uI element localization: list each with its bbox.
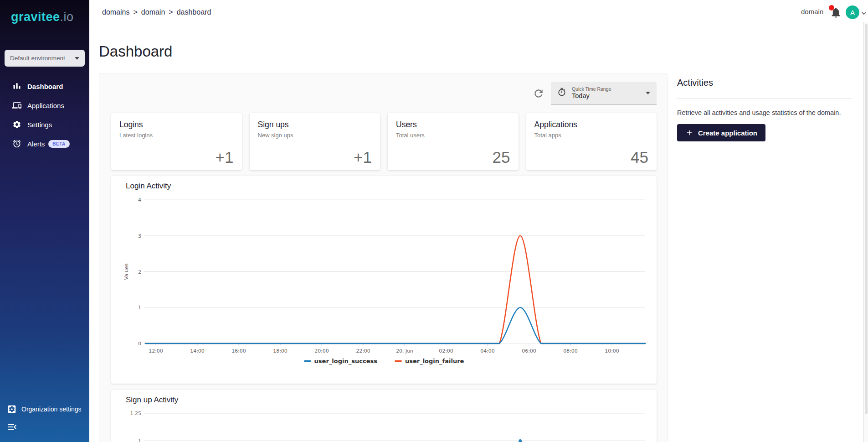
organization-settings-link[interactable]: Organization settings <box>7 404 82 414</box>
svg-text:02:00: 02:00 <box>439 348 453 354</box>
scrollbar-thumb[interactable] <box>865 24 868 414</box>
collapse-sidebar-button[interactable] <box>7 421 19 433</box>
legend-user-login-success[interactable]: user_login_success <box>304 358 377 364</box>
scrollbar-track <box>863 22 868 442</box>
sidebar-item-label: Applications <box>27 102 64 109</box>
stat-card-signups: Sign ups New sign ups +1 <box>250 113 380 170</box>
sidebar-item-applications[interactable]: Applications <box>0 96 89 115</box>
current-domain-label: domain <box>801 8 823 16</box>
gear-square-icon <box>7 404 17 414</box>
sidebar: gravitee.io Default environment Dashboar… <box>0 0 89 442</box>
login-activity-card: 0123412:0014:0016:0018:0020:0022:0020. J… <box>111 176 657 384</box>
alarm-clock-icon <box>12 139 21 148</box>
quick-time-range-value: Today <box>572 92 646 99</box>
stat-card-value: +1 <box>354 148 372 166</box>
stat-card-title: Users <box>396 120 510 130</box>
divider <box>677 99 852 99</box>
breadcrumb-domains[interactable]: domains <box>102 8 129 16</box>
quick-time-range-texts: Quick Time Range Today <box>572 86 646 99</box>
stat-card-subtitle: Total apps <box>534 132 649 139</box>
svg-text:1: 1 <box>138 305 141 311</box>
chevron-down-icon <box>861 10 867 16</box>
sidebar-item-alerts[interactable]: Alerts BETA <box>0 134 89 153</box>
svg-text:20:00: 20:00 <box>314 348 329 354</box>
menu-collapse-icon <box>7 421 18 432</box>
page-title: Dashboard <box>99 43 172 60</box>
activities-description: Retrieve all activities and usage statis… <box>677 109 852 116</box>
chart-legend: user_login_success user_login_failure <box>111 358 657 364</box>
create-application-button[interactable]: Create application <box>677 124 765 141</box>
refresh-button[interactable] <box>533 88 545 100</box>
logo-tld-text: .io <box>60 10 74 24</box>
sidebar-nav: Dashboard Applications Settings Alerts B… <box>0 77 89 153</box>
legend-user-login-failure[interactable]: user_login_failure <box>395 358 464 364</box>
bar-chart-icon <box>12 82 21 91</box>
notification-badge <box>829 5 834 10</box>
svg-text:4: 4 <box>138 197 141 203</box>
signup-activity-card: 1.251 Sign up Activity <box>111 390 657 442</box>
user-menu-chevron[interactable] <box>861 10 867 18</box>
beta-badge: BETA <box>48 140 69 148</box>
stat-card-logins: Logins Latest logins +1 <box>111 113 242 170</box>
stat-card-title: Logins <box>119 120 234 130</box>
svg-text:04:00: 04:00 <box>480 348 495 354</box>
svg-text:1.25: 1.25 <box>130 411 142 416</box>
dashboard-panel: Quick Time Range Today Logins Latest log… <box>99 73 668 442</box>
stat-cards-row: Logins Latest logins +1 Sign ups New sig… <box>111 113 657 170</box>
sidebar-item-label: Dashboard <box>27 83 63 90</box>
stat-card-subtitle: Latest logins <box>119 132 234 139</box>
stat-card-subtitle: Total users <box>396 132 510 139</box>
chart-title: Login Activity <box>126 182 171 191</box>
svg-text:22:00: 22:00 <box>356 348 370 354</box>
legend-dash <box>304 360 311 362</box>
signup-activity-chart: 1.251 <box>111 390 657 442</box>
sidebar-item-settings[interactable]: Settings <box>0 115 89 134</box>
stat-card-applications: Applications Total apps 45 <box>526 113 657 170</box>
environment-select-value: Default environment <box>10 55 75 62</box>
plus-icon <box>685 129 693 137</box>
sidebar-item-dashboard[interactable]: Dashboard <box>0 77 89 96</box>
svg-text:12:00: 12:00 <box>149 348 163 354</box>
notifications-button[interactable] <box>830 6 842 19</box>
stat-card-users: Users Total users 25 <box>388 113 519 170</box>
quick-time-range-label: Quick Time Range <box>572 86 646 92</box>
svg-text:3: 3 <box>138 233 141 239</box>
svg-text:08:00: 08:00 <box>563 348 578 354</box>
svg-text:14:00: 14:00 <box>190 348 205 354</box>
avatar[interactable]: A <box>846 5 859 19</box>
breadcrumb-dashboard[interactable]: dashboard <box>177 8 211 16</box>
stat-card-value: +1 <box>216 148 234 166</box>
breadcrumb-separator: > <box>169 8 173 16</box>
devices-icon <box>12 101 21 110</box>
chart-title: Sign up Activity <box>126 395 178 405</box>
stat-card-value: 25 <box>493 148 510 166</box>
legend-label: user_login_failure <box>405 358 464 364</box>
quick-time-range-select[interactable]: Quick Time Range Today <box>551 82 657 104</box>
legend-label: user_login_success <box>314 358 377 364</box>
stat-card-title: Sign ups <box>258 120 372 130</box>
svg-text:10:00: 10:00 <box>605 348 619 354</box>
organization-settings-label: Organization settings <box>21 406 82 413</box>
gravitee-am-console: gravitee.io Default environment Dashboar… <box>0 0 868 442</box>
stat-card-title: Applications <box>534 120 649 130</box>
legend-dash <box>395 360 402 362</box>
svg-text:06:00: 06:00 <box>522 348 536 354</box>
svg-text:Values: Values <box>123 263 129 280</box>
create-application-label: Create application <box>698 129 757 137</box>
gear-icon <box>12 120 21 129</box>
svg-text:16:00: 16:00 <box>231 348 246 354</box>
sidebar-item-label: Alerts <box>27 140 45 148</box>
breadcrumb-separator: > <box>133 8 137 16</box>
sidebar-item-label: Settings <box>27 121 52 129</box>
stat-card-subtitle: New sign ups <box>258 132 372 139</box>
chevron-down-icon <box>646 92 650 94</box>
timer-icon <box>557 88 566 99</box>
activities-panel: Activities Retrieve all activities and u… <box>677 78 852 141</box>
logo-brand-text: gravitee <box>11 10 60 24</box>
gravitee-logo[interactable]: gravitee.io <box>11 10 74 24</box>
activities-title: Activities <box>677 78 852 88</box>
environment-select[interactable]: Default environment <box>5 50 85 67</box>
breadcrumb-domain[interactable]: domain <box>141 8 165 16</box>
stat-card-value: 45 <box>631 148 648 166</box>
login-activity-chart: 0123412:0014:0016:0018:0020:0022:0020. J… <box>111 176 657 384</box>
